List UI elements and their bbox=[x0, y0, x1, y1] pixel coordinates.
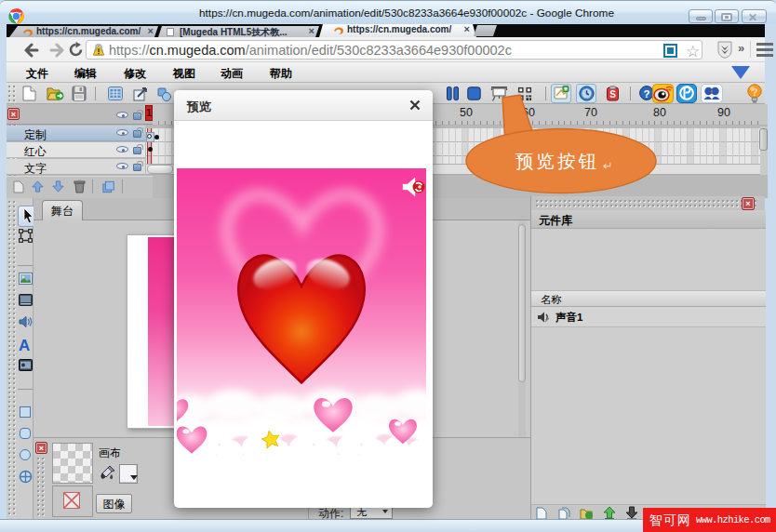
svg-text:预览按钮: 预览按钮 bbox=[515, 151, 599, 171]
svg-text:?: ? bbox=[752, 86, 758, 98]
svg-text:↵: ↵ bbox=[603, 159, 613, 173]
